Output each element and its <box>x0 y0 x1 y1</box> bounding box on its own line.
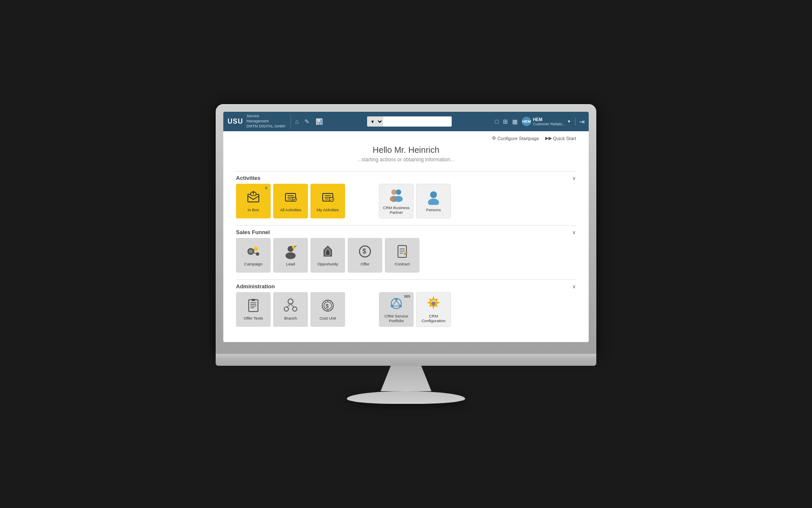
tile-contract[interactable]: Contract <box>385 238 420 273</box>
tile-all-activities[interactable]: All Activities <box>273 184 308 218</box>
edit-icon[interactable]: ✎ <box>304 117 310 126</box>
activities-tiles-right: CRM Business Partner Per <box>379 184 451 218</box>
nav-right: □ ⊞ ▦ HEM HEM Customer Relatio... ▼ ⇥ <box>495 117 584 126</box>
nav-brand: USU Service Management DMTM DIGITAL GmbH <box>228 114 291 129</box>
section-sales-funnel-title: Sales Funnel <box>236 229 270 235</box>
activities-tiles-left: 0 In Bo <box>236 184 345 218</box>
window-icon[interactable]: □ <box>495 118 499 125</box>
tile-offer-texts[interactable]: Offer Texts <box>236 292 271 327</box>
svg-line-59 <box>396 301 400 305</box>
user-initials: HEM <box>522 119 531 124</box>
svg-point-56 <box>395 298 398 301</box>
tile-offer[interactable]: $ Offer <box>348 238 382 273</box>
configure-label: Configure Startpage <box>497 136 539 141</box>
tile-my-activities[interactable]: ✓ My Activities <box>310 184 345 218</box>
administration-tiles-left: Offer Texts <box>236 292 345 327</box>
avatar: HEM <box>522 117 531 126</box>
monitor: USU Service Management DMTM DIGITAL GmbH… <box>216 104 596 404</box>
tile-cost-unit[interactable]: $ Cost Unit <box>310 292 345 327</box>
monitor-stand-neck <box>381 366 431 391</box>
grid-icon[interactable]: ⊞ <box>503 118 508 125</box>
home-icon[interactable]: ⌂ <box>294 117 299 126</box>
brand-line1: Service <box>247 114 285 119</box>
sales-funnel-chevron-icon: ∨ <box>572 229 576 235</box>
search-input[interactable] <box>383 116 452 127</box>
svg-point-47 <box>293 307 297 311</box>
configure-icon: ⚙ <box>492 135 496 141</box>
activities-chevron-icon: ∨ <box>572 175 576 181</box>
user-role: Customer Relatio... <box>533 122 565 126</box>
quick-start-link[interactable]: ▶▶ Quick Start <box>545 135 576 141</box>
svg-text:✓: ✓ <box>331 198 333 201</box>
svg-text:$: $ <box>362 248 366 255</box>
my-activities-label: My Activities <box>317 207 339 212</box>
crm-configuration-label: CRM Configuration <box>417 314 450 323</box>
campaign-label: Campaign <box>244 262 262 266</box>
opportunity-label: Opportunity <box>317 262 338 266</box>
crm-business-partner-label: CRM Business Partner <box>379 205 413 215</box>
branch-label: Branch <box>284 316 297 320</box>
section-administration: Administration ∨ <box>236 279 576 327</box>
svg-text:$: $ <box>326 303 329 309</box>
page-title: Hello Mr. Heinrich <box>236 145 576 155</box>
offer-texts-label: Offer Texts <box>244 316 263 320</box>
tile-crm-service-portfolio[interactable]: 365 <box>379 292 414 327</box>
crm-service-portfolio-badge: 365 <box>404 294 410 298</box>
inbox-badge: 0 <box>265 186 267 190</box>
tile-crm-configuration[interactable]: CRM Configuration <box>416 292 451 327</box>
tile-opportunity[interactable]: Opportunity <box>310 238 345 273</box>
lead-label: Lead <box>286 262 295 266</box>
search-category-select[interactable]: ▼ <box>367 116 383 127</box>
svg-point-18 <box>430 191 437 198</box>
inbox-icon <box>246 190 261 205</box>
svg-rect-44 <box>252 299 255 301</box>
brand-logo: USU <box>228 118 243 125</box>
quick-start-icon: ▶▶ <box>545 135 552 141</box>
user-chevron-icon: ▼ <box>567 119 571 124</box>
tile-inbox[interactable]: 0 In Bo <box>236 184 271 218</box>
tile-lead[interactable]: Lead <box>273 238 308 273</box>
administration-tiles-row: Offer Texts <box>236 292 576 327</box>
search-wrapper: ▼ <box>367 116 452 127</box>
svg-point-14 <box>391 189 397 195</box>
cost-unit-label: Cost Unit <box>319 316 336 320</box>
persons-icon <box>426 190 441 205</box>
logout-icon[interactable]: ⇥ <box>575 118 584 126</box>
top-actions: ⚙ Configure Startpage ▶▶ Quick Start <box>236 135 576 141</box>
svg-line-48 <box>287 304 291 307</box>
offer-label: Offer <box>361 262 370 266</box>
svg-line-49 <box>291 304 294 307</box>
section-activities: Activities ∨ 0 <box>236 171 576 218</box>
configure-startpage-link[interactable]: ⚙ Configure Startpage <box>492 135 539 141</box>
section-administration-header[interactable]: Administration ∨ <box>236 280 576 292</box>
svg-point-19 <box>428 199 439 205</box>
contract-label: Contract <box>395 262 410 266</box>
crm-configuration-icon <box>426 296 441 311</box>
nav-user[interactable]: HEM HEM Customer Relatio... ▼ <box>522 117 571 126</box>
tile-campaign[interactable]: Campaign <box>236 238 271 273</box>
svg-point-17 <box>395 196 403 202</box>
svg-point-16 <box>396 189 401 195</box>
section-activities-header[interactable]: Activities ∨ <box>236 171 576 184</box>
section-activities-title: Activities <box>236 175 261 181</box>
tile-persons[interactable]: Persons <box>416 184 451 218</box>
section-sales-funnel-header[interactable]: Sales Funnel ∨ <box>236 226 576 238</box>
offer-texts-icon <box>246 298 261 313</box>
page-subtitle: ...starting actions or obtaining informa… <box>236 157 576 163</box>
cost-unit-icon: $ <box>320 298 335 313</box>
all-activities-icon <box>283 190 298 205</box>
tile-crm-business-partner[interactable]: CRM Business Partner <box>379 184 414 218</box>
tile-branch[interactable]: Branch <box>273 292 308 327</box>
chart-icon[interactable]: 📊 <box>315 117 324 126</box>
table-icon[interactable]: ▦ <box>512 118 518 125</box>
sales-funnel-tiles: Campaign <box>236 238 576 273</box>
branch-icon <box>283 298 298 313</box>
svg-rect-39 <box>249 300 258 312</box>
nav-search-area: ▼ <box>324 116 495 127</box>
contract-icon <box>395 244 410 259</box>
offer-icon: $ <box>357 244 373 259</box>
svg-point-45 <box>288 299 293 304</box>
crm-service-portfolio-icon <box>389 296 404 311</box>
monitor-bezel: USU Service Management DMTM DIGITAL GmbH… <box>216 104 596 354</box>
svg-point-21 <box>249 249 253 254</box>
